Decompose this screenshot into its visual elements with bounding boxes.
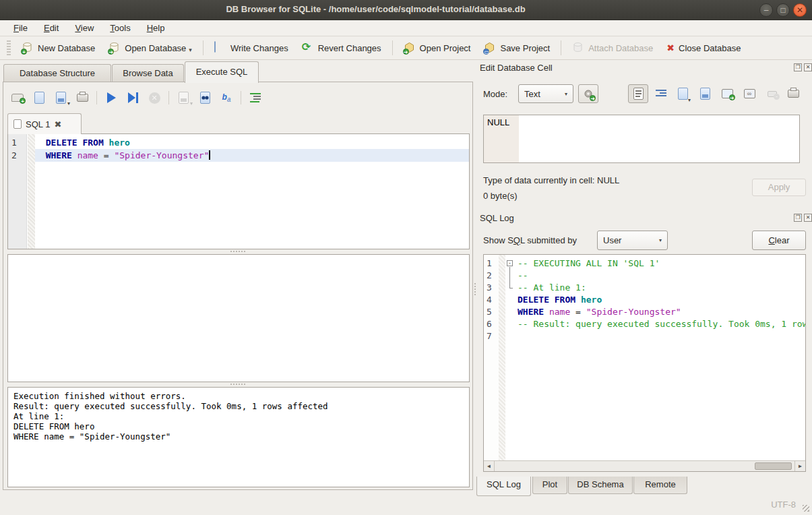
window-title: DB Browser for SQLite - /home/user/code/…: [0, 4, 751, 14]
auto-apply-button[interactable]: ➜: [578, 84, 598, 103]
gear-icon: ➜: [583, 88, 594, 99]
revert-changes-icon: ⟳: [302, 42, 314, 54]
close-database-icon: ✖: [666, 42, 675, 53]
new-sql-tab-icon[interactable]: +: [10, 90, 25, 105]
close-dock-icon[interactable]: ✕: [804, 214, 812, 222]
maximize-button[interactable]: □: [776, 3, 790, 17]
mode-label: Mode:: [483, 89, 507, 99]
log-filter-label: Show SQL submitted by: [483, 235, 577, 245]
execution-message: Execution finished without errors. Resul…: [8, 388, 469, 445]
cell-value-editor[interactable]: NULL: [483, 115, 800, 163]
panel-splitter[interactable]: [474, 283, 476, 295]
toolbar-separator: [392, 40, 393, 55]
write-changes-button[interactable]: Write Changes: [208, 39, 295, 57]
scroll-left-icon[interactable]: ◀: [484, 461, 495, 471]
editor-code-area[interactable]: DELETE FROM hero WHERE name = "Spider-Yo…: [35, 134, 469, 249]
encoding-indicator: UTF-8: [771, 499, 796, 510]
save-results-icon: ▾: [176, 90, 191, 105]
edit-cell-dock-title: Edit Database Cell: [480, 63, 553, 73]
open-database-icon: ➜: [108, 42, 121, 54]
log-line: -- At line 1:: [518, 282, 805, 294]
scrollbar-thumb[interactable]: [755, 462, 792, 470]
execute-line-icon[interactable]: [125, 90, 140, 105]
menu-file[interactable]: File: [7, 22, 34, 34]
print-cell-icon[interactable]: [786, 86, 801, 101]
tab-database-structure[interactable]: Database Structure: [3, 64, 111, 82]
main-tab-bar: Database Structure Browse Data Execute S…: [3, 60, 474, 82]
float-dock-icon[interactable]: ❐: [794, 214, 802, 222]
editor-line-number-gutter: 1 2: [8, 134, 27, 249]
link-cell-icon[interactable]: ∞: [742, 86, 757, 101]
save-sql-file-icon[interactable]: ▾: [53, 90, 68, 105]
main-toolbar: + New Database ➜ Open Database ▾ Write C…: [0, 36, 812, 60]
close-dock-icon[interactable]: ✕: [804, 63, 812, 71]
open-external-icon[interactable]: ➜: [720, 86, 735, 101]
export-cell-icon[interactable]: [697, 86, 712, 101]
sql-log-pane[interactable]: 1 2 3 4 5 6 7 - -- EXECUTING ALL IN 'SQL…: [483, 254, 806, 472]
close-database-button[interactable]: ✖ Close Database: [660, 40, 747, 56]
fold-marker-icon[interactable]: -: [507, 260, 513, 266]
results-grid[interactable]: [7, 254, 470, 382]
open-project-button[interactable]: ➜ Open Project: [397, 39, 478, 57]
log-line-number-gutter: 1 2 3 4 5 6 7: [484, 255, 499, 460]
sql-editor[interactable]: 1 2 DELETE FROM hero WHERE name = "Spide…: [7, 133, 470, 249]
toolbar-separator: [561, 40, 561, 55]
execution-message-pane: Execution finished without errors. Resul…: [7, 387, 470, 487]
mode-combobox[interactable]: Text▾: [518, 84, 573, 103]
write-changes-icon: [214, 42, 226, 54]
log-line: WHERE name = "Spider-Youngster": [518, 306, 805, 318]
minimize-button[interactable]: –: [759, 3, 773, 17]
code-line-1: DELETE FROM hero: [35, 136, 469, 149]
text-mode-icon[interactable]: [628, 84, 648, 103]
format-sql-icon[interactable]: [248, 90, 263, 105]
find-icon[interactable]: [197, 90, 212, 105]
results-message-splitter[interactable]: [3, 384, 472, 386]
log-gutter-separator: [499, 255, 505, 460]
sql-toolbar: + ▾ ✕ ▾: [10, 88, 263, 108]
scroll-right-icon[interactable]: ▶: [794, 461, 805, 471]
menu-edit[interactable]: Edit: [37, 22, 65, 34]
clear-log-button[interactable]: Clear: [752, 231, 806, 250]
editor-results-splitter[interactable]: [3, 251, 472, 253]
tab-execute-sql[interactable]: Execute SQL: [185, 61, 259, 83]
close-button[interactable]: ✕: [793, 3, 807, 17]
text-cursor: [209, 150, 210, 160]
new-database-button[interactable]: + New Database: [15, 39, 102, 57]
open-database-button[interactable]: ➜ Open Database ▾: [102, 39, 199, 57]
menu-help[interactable]: Help: [140, 22, 172, 34]
tab-sql-log[interactable]: SQL Log: [476, 477, 531, 496]
attach-database-icon: [572, 42, 584, 54]
print-icon[interactable]: [75, 90, 90, 105]
chevron-down-icon: ▾: [659, 237, 662, 243]
open-project-icon: ➜: [404, 42, 416, 54]
apply-button: Apply: [752, 179, 806, 196]
open-database-dropdown[interactable]: ▾: [189, 47, 192, 54]
save-project-icon: ▭: [484, 42, 496, 54]
log-horizontal-scrollbar[interactable]: ◀ ▶: [484, 460, 805, 471]
code-line-2-current: WHERE name = "Spider-Youngster": [35, 149, 469, 162]
revert-changes-button[interactable]: ⟳ Revert Changes: [295, 39, 388, 57]
new-database-icon: +: [22, 42, 34, 54]
sql-doc-tab[interactable]: SQL 1 ✖: [7, 113, 82, 134]
open-sql-file-icon[interactable]: [32, 90, 46, 105]
resize-grip[interactable]: [803, 505, 809, 512]
app-window: DB Browser for SQLite - /home/user/code/…: [0, 0, 812, 515]
close-sql-tab-icon[interactable]: ✖: [54, 119, 61, 129]
cell-type-info: Type of data currently in cell: NULL: [483, 175, 619, 185]
log-filter-combobox[interactable]: User▾: [597, 231, 668, 250]
word-wrap-icon[interactable]: [654, 86, 668, 101]
save-project-button[interactable]: ▭ Save Project: [477, 39, 557, 57]
log-line: DELETE FROM hero: [518, 294, 805, 306]
editor-fold-column: [28, 134, 35, 249]
replace-icon[interactable]: ba: [219, 90, 234, 105]
sql-log-dock-title: SQL Log: [480, 213, 514, 223]
tab-browse-data[interactable]: Browse Data: [112, 64, 184, 82]
menu-tools[interactable]: Tools: [103, 22, 137, 34]
execute-all-icon[interactable]: [104, 90, 119, 105]
menu-view[interactable]: View: [68, 22, 100, 34]
float-dock-icon[interactable]: ❐: [794, 63, 802, 71]
import-cell-icon[interactable]: ▾: [675, 86, 690, 101]
cell-value: NULL: [487, 117, 509, 127]
log-line: --: [518, 270, 805, 282]
toolbar-drag-handle[interactable]: [7, 40, 11, 55]
